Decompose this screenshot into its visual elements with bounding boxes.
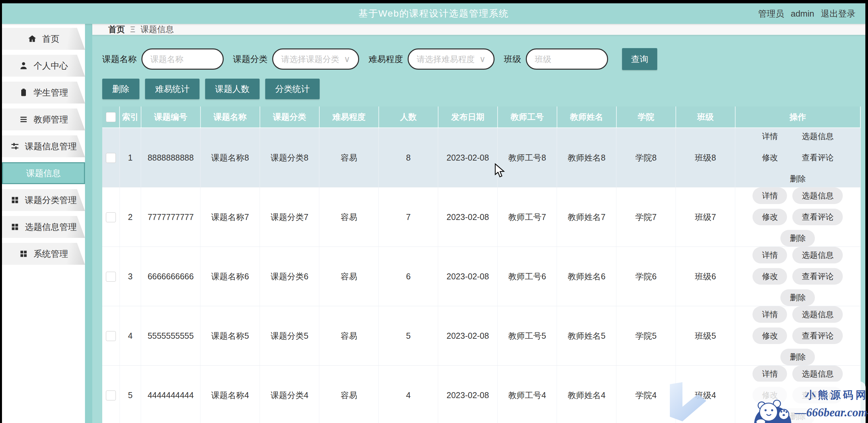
sidebar: 首页个人中心学生管理教师管理课题信息管理课题信息课题分类管理选题信息管理系统管理 [2,24,85,423]
toolbar-button-课题人数[interactable]: 课题人数 [205,78,259,99]
chevron-down-icon: ∨ [479,54,486,64]
sidebar-item-课题信息管理[interactable]: 课题信息管理 [2,135,85,157]
breadcrumb-home[interactable]: 首页 [108,24,125,35]
table-cell: 教师工号5 [498,306,557,366]
row-action-查看评论[interactable]: 查看评论 [792,268,843,285]
table-cell: 容易 [319,247,379,306]
bear-logo-icon [751,388,795,423]
sidebar-item-系统管理[interactable]: 系统管理 [2,243,85,265]
app-title: 基于Web的课程设计选题管理系统 [359,7,509,20]
class-input[interactable] [535,55,599,64]
topic-name-input[interactable] [150,55,215,64]
row-action-查看评论[interactable]: 查看评论 [792,209,843,225]
table-cell: 容易 [319,128,379,188]
table-cell: 6 [379,247,438,306]
row-action-详情[interactable]: 详情 [752,366,787,382]
row-checkbox[interactable] [106,153,116,163]
column-header-课题分类: 课题分类 [260,106,319,128]
table-cell: 6666666666 [141,247,200,306]
table-cell: 课题分类8 [260,128,319,188]
row-action-查看评论[interactable]: 查看评论 [792,149,843,166]
row-action-详情[interactable]: 详情 [752,247,787,263]
table-cell: 教师工号8 [498,128,557,188]
checkmark-watermark [667,382,706,423]
table-cell: 课题名称7 [200,188,260,247]
column-header-难易程度: 难易程度 [319,106,379,128]
table-cell: 2023-02-08 [438,366,498,423]
row-action-修改[interactable]: 修改 [752,327,787,344]
difficulty-select[interactable]: 请选择难易程度 ∨ [408,48,495,70]
table-cell: 学院8 [616,128,676,188]
row-action-查看评论[interactable]: 查看评论 [792,327,843,344]
table-cell: 班级8 [676,128,735,188]
topic-category-label: 课题分类 [233,54,268,65]
row-action-删除[interactable]: 删除 [780,349,815,365]
row-action-删除[interactable]: 删除 [780,230,815,247]
row-checkbox[interactable] [106,331,116,341]
sidebar-scrollbar[interactable] [85,24,92,423]
row-checkbox[interactable] [106,390,116,400]
sidebar-item-教师管理[interactable]: 教师管理 [2,108,85,130]
row-checkbox[interactable] [106,212,116,222]
row-select-cell [102,366,120,423]
row-action-选题信息[interactable]: 选题信息 [792,247,843,263]
search-button[interactable]: 查询 [622,48,657,70]
grid-icon [10,195,20,205]
topic-category-placeholder: 请选择课题分类 [281,54,339,65]
row-action-修改[interactable]: 修改 [752,268,787,285]
table-cell: 学院5 [616,306,676,366]
sliders-icon [10,142,20,151]
topic-category-select[interactable]: 请选择课题分类 ∨ [272,48,359,70]
sidebar-item-课题分类管理[interactable]: 课题分类管理 [2,189,85,211]
table-cell: 课题分类7 [260,188,319,247]
sidebar-item-首页[interactable]: 首页 [2,28,85,50]
mouse-cursor [495,163,506,178]
table-cell: 班级5 [676,306,735,366]
table-cell: 课题名称5 [200,306,260,366]
table-row: 54444444444课题名称4课题分类4容易42023-02-08教师工号4教… [102,366,860,423]
row-action-删除[interactable]: 删除 [780,170,815,187]
sidebar-item-选题信息管理[interactable]: 选题信息管理 [2,216,85,238]
main-area: 首页个人中心学生管理教师管理课题信息管理课题信息课题分类管理选题信息管理系统管理… [2,24,865,423]
row-action-详情[interactable]: 详情 [752,188,787,204]
table-cell: 班级6 [676,247,735,306]
sidebar-item-个人中心[interactable]: 个人中心 [2,55,85,77]
row-actions-cell: 详情选题信息修改查看评论删除 [735,128,860,188]
row-select-cell [102,306,120,366]
row-action-选题信息[interactable]: 选题信息 [792,366,843,382]
row-select-cell [102,247,120,306]
table-cell: 课题分类5 [260,306,319,366]
table-cell: 2023-02-08 [438,128,498,188]
row-action-删除[interactable]: 删除 [780,289,815,306]
row-action-详情[interactable]: 详情 [752,306,787,323]
row-checkbox[interactable] [106,272,116,282]
toolbar-button-难易统计[interactable]: 难易统计 [145,78,199,99]
table-cell: 学院4 [616,366,676,423]
row-action-修改[interactable]: 修改 [752,209,787,225]
toolbar-button-分类统计[interactable]: 分类统计 [265,78,320,99]
row-actions-cell: 详情选题信息修改查看评论删除 [735,306,860,366]
column-header-人数: 人数 [379,106,438,128]
sidebar-item-label: 个人中心 [33,60,68,72]
watermark-text: 小熊源码网 —666bear.com— [795,386,868,419]
sidebar-item-课题信息[interactable]: 课题信息 [2,162,85,184]
column-header-课题编号: 课题编号 [141,106,200,128]
row-action-选题信息[interactable]: 选题信息 [792,128,843,145]
row-action-修改[interactable]: 修改 [752,149,787,166]
table-body: 18888888888课题名称8课题分类8容易82023-02-08教师工号8教… [102,128,860,423]
table-cell: 课题分类4 [260,366,319,423]
app-window: 基于Web的课程设计选题管理系统 管理员 admin 退出登录 首页个人中心学生… [2,3,865,423]
toolbar-button-删除[interactable]: 删除 [102,78,140,99]
logout-link[interactable]: 退出登录 [821,8,856,20]
topic-name-field-wrap [142,48,224,70]
select-all-checkbox[interactable] [106,112,116,122]
column-header-操作: 操作 [735,106,860,128]
sidebar-item-学生管理[interactable]: 学生管理 [2,82,85,103]
user-role-label: 管理员 [758,8,784,20]
row-action-详情[interactable]: 详情 [752,128,787,145]
row-action-选题信息[interactable]: 选题信息 [792,306,843,323]
table-cell: 学院7 [616,188,676,247]
class-label: 班级 [504,54,521,65]
row-action-选题信息[interactable]: 选题信息 [792,188,843,204]
class-field-wrap [526,48,608,70]
